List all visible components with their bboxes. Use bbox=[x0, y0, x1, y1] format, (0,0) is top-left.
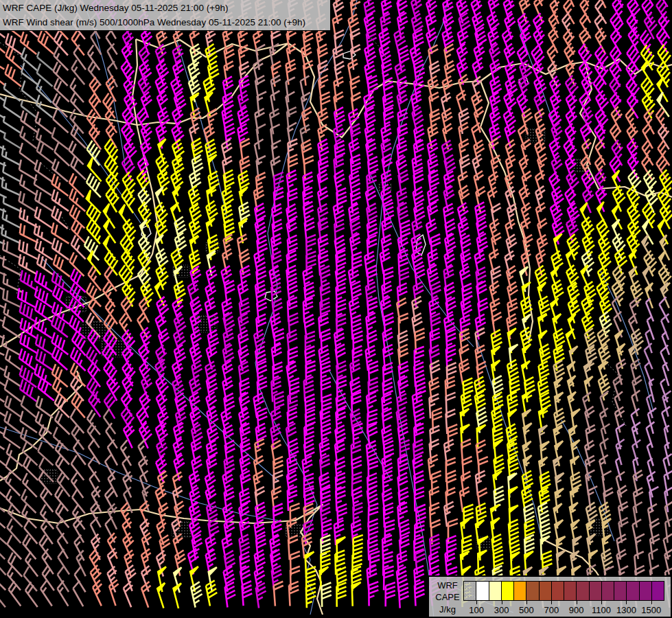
weather-map-stage: WRF CAPE (J/kg) Wednesday 05-11-2025 21:… bbox=[0, 0, 672, 618]
colorbar-tick bbox=[526, 600, 527, 604]
legend-label-cape: CAPE bbox=[432, 593, 463, 602]
colorbar-tick-label: 500 bbox=[513, 605, 540, 615]
cape-legend: WRF CAPE J/kg 10030050070090011001300150… bbox=[428, 575, 672, 618]
colorbar-cell bbox=[652, 582, 664, 600]
colorbar-tick bbox=[651, 600, 652, 604]
colorbar-cell bbox=[476, 582, 489, 600]
colorbar-cell bbox=[464, 582, 476, 600]
legend-label-unit: J/kg bbox=[432, 605, 463, 614]
legend-label-wrf: WRF bbox=[432, 581, 463, 590]
weather-map-canvas bbox=[0, 0, 672, 618]
colorbar-cell bbox=[577, 582, 589, 600]
colorbar-cell bbox=[489, 582, 502, 600]
colorbar-tick bbox=[626, 600, 627, 604]
colorbar-cell bbox=[502, 582, 514, 600]
colorbar-tick bbox=[601, 600, 602, 604]
colorbar-cell bbox=[627, 582, 639, 600]
title-line-cape: WRF CAPE (J/kg) Wednesday 05-11-2025 21:… bbox=[3, 1, 330, 15]
colorbar-tick bbox=[476, 600, 477, 604]
colorbar-tick-label: 1100 bbox=[588, 605, 615, 615]
colorbar-cell bbox=[526, 582, 539, 600]
colorbar-tick-label: 1300 bbox=[612, 605, 640, 615]
colorbar-cell bbox=[514, 582, 526, 600]
colorbar-cell bbox=[614, 582, 627, 600]
title-line-shear: WRF Wind shear (m/s) 500/1000hPa Wednesd… bbox=[3, 15, 330, 30]
colorbar-tick bbox=[502, 600, 502, 604]
colorbar-tick-label: 700 bbox=[537, 605, 565, 615]
colorbar-cell bbox=[602, 582, 614, 600]
colorbar-cell bbox=[552, 582, 564, 600]
model-run-title-box: WRF CAPE (J/kg) Wednesday 05-11-2025 21:… bbox=[0, 0, 331, 31]
colorbar-cell bbox=[564, 582, 577, 600]
colorbar-tick-label: 1500 bbox=[638, 605, 665, 615]
colorbar-tick-label: 900 bbox=[563, 605, 590, 615]
colorbar-tick bbox=[551, 600, 552, 604]
colorbar-tick-label: 100 bbox=[463, 605, 490, 615]
colorbar-cell bbox=[540, 582, 552, 600]
colorbar-tick-label: 300 bbox=[488, 605, 515, 615]
colorbar-cell bbox=[590, 582, 602, 600]
colorbar-cell bbox=[640, 582, 652, 600]
cape-colorbar bbox=[463, 581, 664, 601]
colorbar-tick bbox=[577, 600, 577, 604]
